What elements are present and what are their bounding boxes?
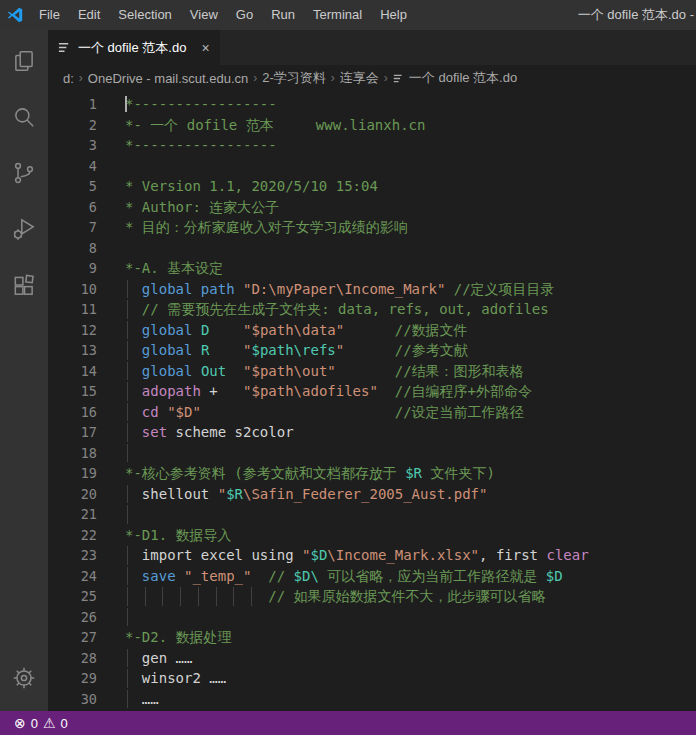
code-line[interactable]: 13 global R "$path\refs" //参考文献 xyxy=(48,340,696,361)
code-text: *-核心参考资料 (参考文献和文档都存放于 $R 文件夹下) xyxy=(125,463,696,484)
code-line[interactable]: 25 // 如果原始数据文件不大，此步骤可以省略 xyxy=(48,586,696,607)
code-text xyxy=(125,443,696,464)
indent-guide xyxy=(127,300,128,319)
code-line[interactable]: 3*----------------- xyxy=(48,135,696,156)
code-line[interactable]: 2*- 一个 dofile 范本 www.lianxh.cn xyxy=(48,115,696,136)
explorer-icon[interactable] xyxy=(0,36,48,86)
code-text: import excel using "$D\Income_Mark.xlsx"… xyxy=(125,545,696,566)
indent-guide xyxy=(127,382,128,401)
code-text: // 需要预先在生成子文件夹: data, refs, out, adofile… xyxy=(125,299,696,320)
code-line[interactable]: 1*----------------- xyxy=(48,94,696,115)
line-number: 5 xyxy=(48,176,97,197)
line-number: 17 xyxy=(48,422,97,443)
code-line[interactable]: 30 …… xyxy=(48,689,696,710)
warning-icon: ⚠ xyxy=(43,716,56,730)
indent-guide xyxy=(145,587,146,606)
breadcrumb-item[interactable]: OneDrive - mail.scut.edu.cn xyxy=(88,71,248,86)
code-text: * Author: 连家大公子 xyxy=(125,197,696,218)
menu-view[interactable]: View xyxy=(181,0,227,30)
manage-gear-icon[interactable] xyxy=(0,653,48,703)
breadcrumb-item[interactable]: d: xyxy=(63,71,74,86)
indent-guide xyxy=(216,587,217,606)
breadcrumb-item[interactable]: 连享会 xyxy=(340,69,379,87)
menu-help[interactable]: Help xyxy=(371,0,416,30)
code-line[interactable]: 7* 目的：分析家庭收入对子女学习成绩的影响 xyxy=(48,217,696,238)
code-text: …… xyxy=(125,689,696,710)
menu-bar: FileEditSelectionViewGoRunTerminalHelp xyxy=(30,0,416,30)
menu-go[interactable]: Go xyxy=(227,0,262,30)
tab-dofile[interactable]: 一个 dofile 范本.do × xyxy=(48,30,220,65)
line-number: 20 xyxy=(48,484,97,505)
indent-guide xyxy=(127,690,128,709)
line-number: 3 xyxy=(48,135,97,156)
line-number: 8 xyxy=(48,238,97,259)
status-bar: ⊗ 0 ⚠ 0 xyxy=(0,711,696,735)
problems-indicator[interactable]: ⊗ 0 ⚠ 0 xyxy=(10,711,72,735)
breadcrumb-separator: › xyxy=(253,71,257,85)
code-text: *-D1. 数据导入 xyxy=(125,525,696,546)
code-line[interactable]: 12 global D "$path\data" //数据文件 xyxy=(48,320,696,341)
breadcrumb: d:›OneDrive - mail.scut.edu.cn›2-学习资料›连享… xyxy=(48,65,696,91)
code-line[interactable]: 19*-核心参考资料 (参考文献和文档都存放于 $R 文件夹下) xyxy=(48,463,696,484)
indent-guide xyxy=(233,587,234,606)
title-bar: FileEditSelectionViewGoRunTerminalHelp 一… xyxy=(0,0,696,30)
code-text: global D "$path\data" //数据文件 xyxy=(125,320,696,341)
indent-guide xyxy=(127,444,128,463)
indent-guide xyxy=(127,280,128,299)
line-number: 10 xyxy=(48,279,97,300)
code-line[interactable]: 26 xyxy=(48,607,696,628)
code-line[interactable]: 18 xyxy=(48,443,696,464)
code-line[interactable]: 21 xyxy=(48,504,696,525)
editor[interactable]: 1*-----------------2*- 一个 dofile 范本 www.… xyxy=(48,91,696,711)
code-line[interactable]: 15 adopath + "$path\adofiles" //自编程序+外部命… xyxy=(48,381,696,402)
code-line[interactable]: 20 shellout "$R\Safin_Federer_2005_Aust.… xyxy=(48,484,696,505)
code-line[interactable]: 10 global path "D:\myPaper\Income_Mark" … xyxy=(48,279,696,300)
menu-file[interactable]: File xyxy=(30,0,69,30)
code-line[interactable]: 23 import excel using "$D\Income_Mark.xl… xyxy=(48,545,696,566)
line-number: 14 xyxy=(48,361,97,382)
menu-terminal[interactable]: Terminal xyxy=(304,0,371,30)
indent-guide xyxy=(127,587,128,606)
code-line[interactable]: 11 // 需要预先在生成子文件夹: data, refs, out, adof… xyxy=(48,299,696,320)
code-line[interactable]: 9*-A. 基本设定 xyxy=(48,258,696,279)
code-text: cd "$D" //设定当前工作路径 xyxy=(125,402,696,423)
code-line[interactable]: 17 set scheme s2color xyxy=(48,422,696,443)
code-line[interactable]: 6* Author: 连家大公子 xyxy=(48,197,696,218)
search-icon[interactable] xyxy=(0,92,48,142)
tab-bar: 一个 dofile 范本.do × xyxy=(48,30,696,65)
code-text: *-A. 基本设定 xyxy=(125,258,696,279)
code-line[interactable]: 8 xyxy=(48,238,696,259)
breadcrumb-separator: › xyxy=(331,71,335,85)
indent-guide xyxy=(127,362,128,381)
code-line[interactable]: 27*-D2. 数据处理 xyxy=(48,627,696,648)
code-text: * 目的：分析家庭收入对子女学习成绩的影响 xyxy=(125,217,696,238)
code-line[interactable]: 28 gen …… xyxy=(48,648,696,669)
error-icon: ⊗ xyxy=(14,716,26,730)
source-control-icon[interactable] xyxy=(0,148,48,198)
line-number: 4 xyxy=(48,156,97,177)
dofile-icon xyxy=(58,41,71,54)
extensions-icon[interactable] xyxy=(0,260,48,310)
breadcrumb-item[interactable]: 2-学习资料 xyxy=(262,69,326,87)
code-line[interactable]: 16 cd "$D" //设定当前工作路径 xyxy=(48,402,696,423)
run-and-debug-icon[interactable] xyxy=(0,204,48,254)
error-count: 0 xyxy=(31,716,38,731)
tab-close-icon[interactable]: × xyxy=(201,40,209,56)
code-line[interactable]: 29 winsor2 …… xyxy=(48,668,696,689)
breadcrumb-file[interactable]: 一个 dofile 范本.do xyxy=(393,69,517,87)
code-text: * Version 1.1, 2020/5/10 15:04 xyxy=(125,176,696,197)
code-line[interactable]: 22*-D1. 数据导入 xyxy=(48,525,696,546)
line-number: 24 xyxy=(48,566,97,587)
menu-edit[interactable]: Edit xyxy=(69,0,109,30)
menu-run[interactable]: Run xyxy=(262,0,304,30)
code-line[interactable]: 4 xyxy=(48,156,696,177)
code-line[interactable]: 24 save "_temp_" // $D\ 可以省略，应为当前工作路径就是 … xyxy=(48,566,696,587)
code-line[interactable]: 14 global Out "$path\out" //结果：图形和表格 xyxy=(48,361,696,382)
code-text: global path "D:\myPaper\Income_Mark" //定… xyxy=(125,279,696,300)
line-number: 7 xyxy=(48,217,97,238)
code-text: save "_temp_" // $D\ 可以省略，应为当前工作路径就是 $D xyxy=(125,566,696,587)
code-text: global R "$path\refs" //参考文献 xyxy=(125,340,696,361)
code-line[interactable]: 5* Version 1.1, 2020/5/10 15:04 xyxy=(48,176,696,197)
vscode-window: FileEditSelectionViewGoRunTerminalHelp 一… xyxy=(0,0,696,735)
menu-selection[interactable]: Selection xyxy=(109,0,180,30)
